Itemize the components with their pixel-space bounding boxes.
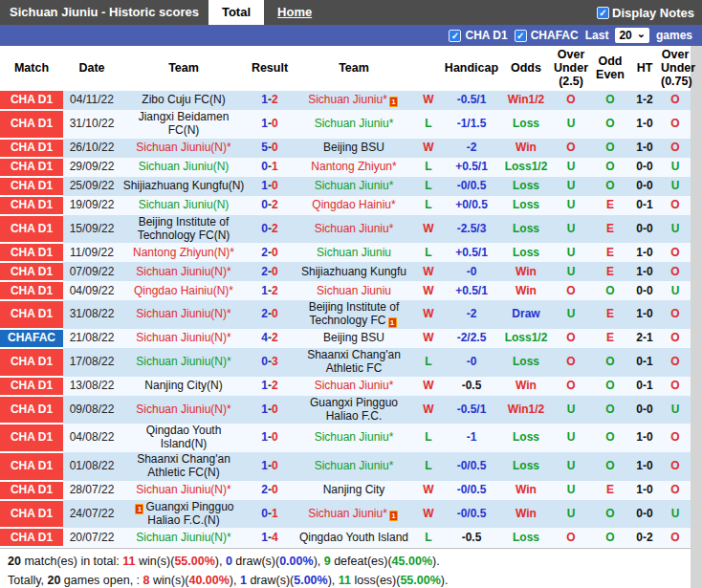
table-row: CHA D104/08/22Qingdao Youth Island(N)1-0… xyxy=(0,424,691,452)
value: Win xyxy=(516,379,537,392)
team-name: Nanjing City(N) xyxy=(144,379,222,392)
table-row: CHA D124/07/221Guangxi Pingguo Haliao F.… xyxy=(0,500,691,529)
checkbox-checked-icon[interactable]: ✓ xyxy=(597,7,609,19)
over-under-0-75-cell: O xyxy=(660,481,691,500)
date-cell: 11/09/22 xyxy=(63,243,121,262)
column-header: Match xyxy=(0,46,63,91)
home-team-cell: Sichuan Jiuniu(N)* xyxy=(121,348,247,377)
handicap-cell: -2/2.5 xyxy=(442,329,501,348)
score-cell: 1-0 xyxy=(247,177,293,196)
over-under-0-75-cell: U xyxy=(660,158,691,177)
text-segment: ), xyxy=(215,555,226,568)
red-card-icon: 1 xyxy=(389,97,398,107)
value: U xyxy=(567,265,576,278)
value: E xyxy=(606,246,614,259)
text-segment: win(s)( xyxy=(135,555,174,568)
home-team-cell: Sichuan Jiuniu(N)* xyxy=(121,528,247,547)
value: +0.5/1 xyxy=(455,246,488,259)
odds-cell: Loss xyxy=(501,348,551,377)
league-cell: CHA D1 xyxy=(0,262,63,281)
score-cell: 1-0 xyxy=(247,424,293,452)
away-team-cell: Shijiazhuang Kungfu xyxy=(293,262,415,281)
win-loss-cell: W xyxy=(415,500,442,529)
odds-cell: Loss xyxy=(501,177,551,196)
ht-cell: 0-0 xyxy=(629,158,660,177)
filterbar: ✓ CHA D1 ✓ CHAFAC Last 20 ⌄ games xyxy=(0,25,702,46)
team-name: Sichuan Jiuniu(N)* xyxy=(136,307,230,320)
team-name: Qingdao Youth Island xyxy=(299,531,408,544)
away-score: 0 xyxy=(272,117,278,130)
column-header: Over Under (2.5) xyxy=(551,46,591,91)
win-loss-cell: W xyxy=(415,262,442,281)
value: O xyxy=(670,141,679,154)
value: O xyxy=(670,246,679,259)
value: W xyxy=(423,265,433,278)
odds-cell: Loss xyxy=(501,215,551,244)
over-under-0-75-cell: O xyxy=(660,452,691,481)
value: L xyxy=(425,160,431,173)
odd-even-cell: E xyxy=(591,196,629,215)
text-segment: draw(s)( xyxy=(247,574,294,587)
text-segment: 11 xyxy=(339,574,351,587)
value: W xyxy=(423,141,433,154)
team-name: Qingdao Youth Island(N) xyxy=(146,424,222,450)
value: Loss xyxy=(513,355,539,368)
over-under-2-5-cell: U xyxy=(551,262,591,281)
away-score: 0 xyxy=(272,179,278,192)
tab-home[interactable]: Home xyxy=(264,0,325,25)
handicap-cell: +0.5/1 xyxy=(442,281,501,300)
win-loss-cell: L xyxy=(415,196,442,215)
league-cell: CHA D1 xyxy=(0,91,63,110)
table-row: CHA D131/10/22Jiangxi Beidamen FC(N)1-0S… xyxy=(0,110,691,139)
filter-cha-d1[interactable]: ✓ CHA D1 xyxy=(449,29,507,42)
value: O xyxy=(670,117,679,130)
value: -0/0.5 xyxy=(457,179,487,192)
table-row: CHA D125/09/22Shijiazhuang Kungfu(N)1-0S… xyxy=(0,177,691,196)
odd-even-cell: O xyxy=(591,91,629,110)
win-loss-cell: W xyxy=(415,281,442,300)
filter-chafac[interactable]: ✓ CHAFAC xyxy=(515,29,579,42)
value: O xyxy=(670,459,679,472)
home-score: 2 xyxy=(261,483,268,496)
handicap-cell: -0.5 xyxy=(442,528,501,547)
away-score: 3 xyxy=(272,355,278,368)
table-body: CHA D104/11/22Zibo Cuju FC(N)1-2Sichuan … xyxy=(0,91,691,547)
games-count-select[interactable]: 20 ⌄ xyxy=(615,28,649,43)
odd-even-cell: E xyxy=(591,329,629,348)
value: O xyxy=(670,531,679,544)
away-score: 0 xyxy=(272,403,278,416)
odd-even-cell: O xyxy=(591,110,629,139)
win-loss-cell: L xyxy=(415,243,442,262)
value: U xyxy=(567,198,576,211)
team-name: Guangxi Pingguo Haliao F.C.(N) xyxy=(145,500,233,527)
value: U xyxy=(567,246,576,259)
checkbox-checked-icon[interactable]: ✓ xyxy=(449,30,461,42)
text-segment: 40.00% xyxy=(188,574,229,587)
away-score: 2 xyxy=(272,198,278,211)
text-segment: match(es) in total: xyxy=(21,555,122,568)
home-team-cell: Sichuan Jiuniu(N)* xyxy=(121,396,247,425)
date-cell: 29/09/22 xyxy=(63,158,121,177)
team-name: Sichuan Jiuniu* xyxy=(315,179,394,192)
display-notes-toggle[interactable]: ✓ Display Notes xyxy=(597,0,702,25)
table-row: CHA D104/11/22Zibo Cuju FC(N)1-2Sichuan … xyxy=(0,91,691,110)
value: U xyxy=(567,483,576,496)
home-score: 0 xyxy=(261,355,268,368)
league-cell: CHA D1 xyxy=(0,215,63,244)
value: L xyxy=(425,531,431,544)
ht-score: 1-0 xyxy=(636,307,652,320)
value: O xyxy=(670,430,679,444)
checkbox-checked-icon[interactable]: ✓ xyxy=(515,30,527,42)
text-segment: 55.00% xyxy=(174,555,214,568)
tab-total[interactable]: Total xyxy=(208,0,264,25)
home-score: 0 xyxy=(261,160,268,173)
value: E xyxy=(606,198,614,211)
value: +0.5/1 xyxy=(455,284,488,297)
away-score: 2 xyxy=(272,284,278,297)
date-cell: 07/09/22 xyxy=(63,262,121,281)
value: Loss1/2 xyxy=(505,160,548,173)
table-row: CHA D129/09/22Sichuan Jiuniu(N)0-1Nanton… xyxy=(0,158,691,177)
home-team-cell: Sichuan Jiuniu(N)* xyxy=(121,300,247,329)
ht-score: 0-0 xyxy=(636,403,652,416)
away-team-cell: Sichuan Jiuniu* xyxy=(293,452,415,481)
